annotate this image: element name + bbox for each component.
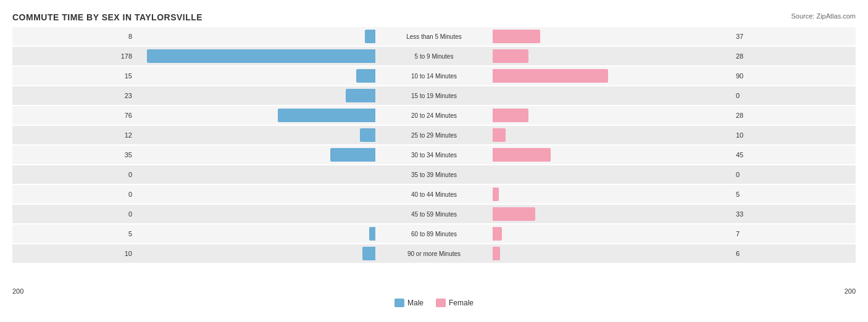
female-value: 37 — [732, 33, 856, 40]
male-value: 178 — [12, 52, 136, 60]
table-row: 045 to 59 Minutes33 — [12, 205, 856, 223]
table-row: 1510 to 14 Minutes90 — [12, 67, 856, 85]
male-bar-container — [375, 207, 434, 221]
axis-left-label: 200 — [12, 287, 136, 295]
male-bar-container — [365, 30, 434, 43]
male-bar-container — [375, 188, 434, 201]
axis-labels: 200 200 — [12, 287, 856, 295]
male-bar-container — [356, 69, 434, 83]
female-value: 28 — [732, 112, 856, 119]
female-value: 45 — [732, 151, 856, 159]
male-bar — [346, 89, 375, 102]
female-bar-container — [434, 128, 506, 142]
female-bar-container — [434, 49, 528, 63]
table-row: 7620 to 24 Minutes28 — [12, 106, 856, 125]
female-bar — [493, 148, 551, 162]
female-bar-container — [434, 148, 551, 162]
female-bar-container — [434, 69, 608, 83]
male-bar-container — [360, 128, 434, 142]
table-row: 1785 to 9 Minutes28 — [12, 47, 856, 65]
female-value: 5 — [732, 191, 856, 198]
male-value: 12 — [12, 131, 136, 139]
female-bar — [493, 128, 506, 142]
male-value: 5 — [12, 230, 136, 237]
male-bar — [147, 49, 375, 63]
legend-female: Female — [436, 299, 474, 307]
male-bar — [278, 109, 375, 122]
female-bar — [493, 247, 500, 260]
bars-center: 15 to 19 Minutes — [136, 86, 732, 105]
male-value: 0 — [12, 171, 136, 178]
bars-center: Less than 5 Minutes — [136, 27, 732, 46]
bars-center: 25 to 29 Minutes — [136, 126, 732, 144]
bars-center: 20 to 24 Minutes — [136, 106, 732, 125]
female-value: 33 — [732, 210, 856, 218]
male-bar-container — [369, 227, 434, 241]
male-bar — [356, 69, 375, 83]
female-bar — [493, 49, 528, 63]
male-value: 23 — [12, 92, 136, 99]
female-bar — [493, 188, 499, 201]
female-value: 28 — [732, 52, 856, 60]
male-value: 76 — [12, 112, 136, 119]
bars-center: 45 to 59 Minutes — [136, 205, 732, 223]
female-bar-container — [434, 227, 502, 241]
male-value: 0 — [12, 210, 136, 218]
table-row: 3530 to 34 Minutes45 — [12, 146, 856, 164]
male-bar — [365, 30, 375, 43]
female-bar-container — [434, 168, 493, 181]
legend-female-label: Female — [449, 299, 474, 307]
female-bar — [493, 207, 535, 221]
male-bar-container — [362, 247, 434, 260]
male-bar-container — [147, 49, 434, 63]
male-bar-container — [278, 109, 434, 122]
female-value: 7 — [732, 230, 856, 237]
female-value: 0 — [732, 171, 856, 178]
female-bar-container — [434, 30, 540, 43]
bars-center: 90 or more Minutes — [136, 244, 732, 263]
female-bar — [493, 227, 502, 241]
chart-container: COMMUTE TIME BY SEX IN TAYLORSVILLE Sour… — [0, 0, 868, 322]
male-bar-container — [375, 168, 434, 181]
bars-center: 5 to 9 Minutes — [136, 47, 732, 65]
legend-male-box — [394, 299, 404, 307]
bars-center: 60 to 89 Minutes — [136, 225, 732, 243]
table-row: 2315 to 19 Minutes0 — [12, 86, 856, 105]
table-row: 1225 to 29 Minutes10 — [12, 126, 856, 144]
table-row: 040 to 44 Minutes5 — [12, 185, 856, 204]
table-row: 560 to 89 Minutes7 — [12, 225, 856, 243]
male-value: 15 — [12, 72, 136, 80]
bars-center: 40 to 44 Minutes — [136, 185, 732, 204]
female-value: 0 — [732, 92, 856, 99]
female-bar — [493, 69, 608, 83]
male-value: 10 — [12, 250, 136, 257]
female-value: 6 — [732, 250, 856, 257]
male-value: 0 — [12, 191, 136, 198]
legend: Male Female — [12, 299, 856, 307]
female-value: 10 — [732, 131, 856, 139]
source-label: Source: ZipAtlas.com — [791, 12, 856, 20]
female-bar-container — [434, 188, 499, 201]
table-row: 8Less than 5 Minutes37 — [12, 27, 856, 46]
female-bar-container — [434, 89, 493, 102]
male-bar — [369, 227, 375, 241]
legend-female-box — [436, 299, 446, 307]
bars-center: 30 to 34 Minutes — [136, 146, 732, 164]
axis-right-label: 200 — [732, 287, 856, 295]
table-row: 1090 or more Minutes6 — [12, 244, 856, 263]
female-value: 90 — [732, 72, 856, 80]
male-value: 35 — [12, 151, 136, 159]
male-value: 8 — [12, 33, 136, 40]
female-bar-container — [434, 109, 528, 122]
bars-center: 35 to 39 Minutes — [136, 165, 732, 184]
male-bar-container — [330, 148, 434, 162]
chart-title: COMMUTE TIME BY SEX IN TAYLORSVILLE — [12, 12, 856, 22]
table-row: 035 to 39 Minutes0 — [12, 165, 856, 184]
female-bar — [493, 109, 528, 122]
female-bar — [493, 30, 540, 43]
male-bar-container — [346, 89, 434, 102]
male-bar — [330, 148, 375, 162]
male-bar — [362, 247, 375, 260]
bars-center: 10 to 14 Minutes — [136, 67, 732, 85]
chart-area: 8Less than 5 Minutes371785 to 9 Minutes2… — [12, 27, 856, 286]
